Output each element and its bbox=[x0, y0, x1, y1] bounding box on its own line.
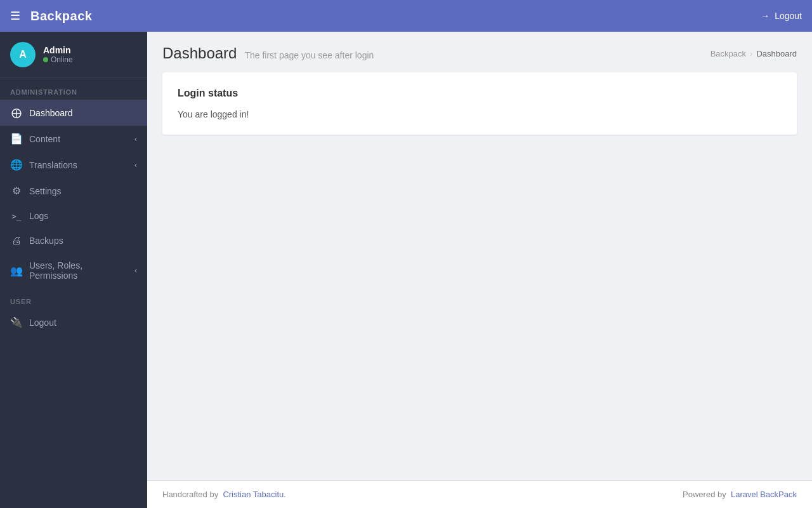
sidebar-item-backups[interactable]: 🖨 Backups bbox=[0, 228, 147, 253]
login-status-title: Login status bbox=[178, 88, 782, 99]
content-icon: 📄 bbox=[10, 133, 23, 145]
sidebar-item-users-roles-permissions[interactable]: 👥 Users, Roles, Permissions ‹ bbox=[0, 253, 147, 288]
footer-author-link[interactable]: Cristian Tabacitu bbox=[223, 490, 284, 499]
navbar-logout[interactable]: → Logout bbox=[761, 11, 802, 21]
sidebar-item-logout[interactable]: 🔌 Logout bbox=[0, 309, 147, 335]
page-header: Dashboard The first page you see after l… bbox=[147, 32, 812, 72]
layout: A Admin Online ADMINISTRATION ⨁ Dashboar… bbox=[0, 32, 812, 508]
sidebar-item-label-logout: Logout bbox=[29, 318, 137, 328]
footer-right: Powered by Laravel BackPack bbox=[683, 490, 797, 499]
breadcrumb: Backpack › Dashboard bbox=[710, 49, 797, 58]
chevron-icon-urp: ‹ bbox=[134, 266, 137, 275]
user-name: Admin bbox=[43, 45, 73, 55]
breadcrumb-root: Backpack bbox=[710, 49, 746, 58]
logout-icon: → bbox=[761, 11, 769, 21]
chevron-icon-translations: ‹ bbox=[134, 161, 137, 170]
sidebar-user: A Admin Online bbox=[0, 32, 147, 78]
top-navbar: ☰ Backpack → Logout bbox=[0, 0, 812, 32]
footer: Handcrafted by Cristian Tabacitu. Powere… bbox=[147, 480, 812, 508]
sidebar-item-label-backups: Backups bbox=[29, 236, 137, 246]
sidebar-item-content[interactable]: 📄 Content ‹ bbox=[0, 126, 147, 152]
page-title: Dashboard bbox=[162, 44, 237, 62]
footer-powered-text: Powered by bbox=[683, 490, 726, 499]
breadcrumb-separator: › bbox=[750, 49, 752, 58]
login-status-card: Login status You are logged in! bbox=[162, 72, 797, 135]
footer-framework-link[interactable]: Laravel BackPack bbox=[731, 490, 797, 499]
navbar-left: ☰ Backpack bbox=[10, 9, 92, 23]
status-label: Online bbox=[51, 55, 73, 64]
sidebar-item-dashboard[interactable]: ⨁ Dashboard bbox=[0, 100, 147, 126]
sidebar-item-settings[interactable]: ⚙ Settings bbox=[0, 178, 147, 204]
sidebar-section-administration: ADMINISTRATION ⨁ Dashboard 📄 Content ‹ 🌐… bbox=[0, 78, 147, 288]
footer-left: Handcrafted by Cristian Tabacitu. bbox=[162, 490, 286, 499]
sidebar-section-user: USER 🔌 Logout bbox=[0, 288, 147, 335]
dashboard-icon: ⨁ bbox=[10, 107, 23, 119]
sidebar-item-label-content: Content bbox=[29, 134, 128, 144]
users-icon: 👥 bbox=[10, 265, 23, 277]
page-title-area: Dashboard The first page you see after l… bbox=[162, 44, 374, 62]
content-area: Login status You are logged in! bbox=[147, 72, 812, 480]
backups-icon: 🖨 bbox=[10, 235, 23, 246]
main-content: Dashboard The first page you see after l… bbox=[147, 32, 812, 508]
sidebar-item-logs[interactable]: >_ Logs bbox=[0, 204, 147, 228]
logout-label: Logout bbox=[775, 11, 802, 21]
sidebar-item-label-settings: Settings bbox=[29, 186, 137, 196]
page-subtitle: The first page you see after login bbox=[244, 50, 374, 60]
sidebar-item-label-translations: Translations bbox=[29, 160, 128, 170]
sidebar-logout-icon: 🔌 bbox=[10, 316, 23, 328]
logs-icon: >_ bbox=[10, 211, 23, 221]
translations-icon: 🌐 bbox=[10, 159, 23, 171]
login-status-message: You are logged in! bbox=[178, 109, 782, 119]
breadcrumb-current: Dashboard bbox=[756, 49, 797, 58]
user-status: Online bbox=[43, 55, 73, 64]
settings-icon: ⚙ bbox=[10, 185, 23, 197]
sidebar-section-label-user: USER bbox=[0, 288, 147, 309]
avatar: A bbox=[10, 42, 36, 67]
sidebar: A Admin Online ADMINISTRATION ⨁ Dashboar… bbox=[0, 32, 147, 508]
status-dot bbox=[43, 57, 48, 62]
navbar-brand: Backpack bbox=[30, 9, 92, 23]
sidebar-section-label-admin: ADMINISTRATION bbox=[0, 78, 147, 100]
sidebar-item-label-dashboard: Dashboard bbox=[29, 108, 137, 118]
sidebar-item-label-logs: Logs bbox=[29, 211, 137, 221]
footer-handcrafted-text: Handcrafted by bbox=[162, 490, 218, 499]
sidebar-item-label-urp: Users, Roles, Permissions bbox=[29, 260, 128, 281]
sidebar-item-translations[interactable]: 🌐 Translations ‹ bbox=[0, 152, 147, 178]
chevron-icon-content: ‹ bbox=[134, 135, 137, 144]
hamburger-icon[interactable]: ☰ bbox=[10, 9, 20, 23]
user-info: Admin Online bbox=[43, 45, 73, 64]
